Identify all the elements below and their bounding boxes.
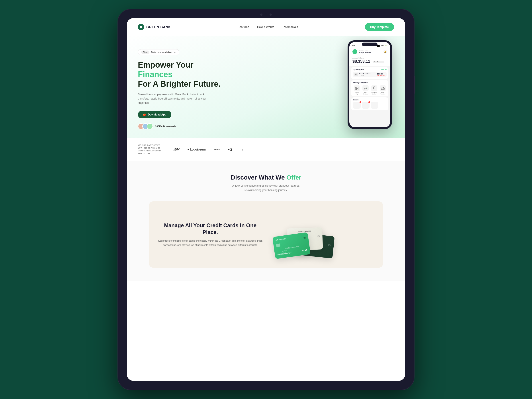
partners-text: WE ARE PARTNERED WITH MORE THAN 50+ COMP… — [138, 144, 165, 155]
explore-title: Explore — [353, 99, 386, 101]
contactless-icon-light: )))) — [317, 235, 320, 237]
partner-logo-3: ∞∞∞ — [214, 148, 220, 151]
card-feature-title: Manage All Your Credit Cards In One Plac… — [158, 222, 263, 236]
partner-logo-2: ● Logoipsum — [187, 148, 205, 151]
bill-amount: $548.99 — [377, 73, 385, 75]
bill-details: Amex Credit Card ••••• 9982 — [359, 73, 370, 76]
banking-grid: Scan &Pay + PayContacts — [353, 85, 386, 95]
bill-icon — [355, 73, 358, 76]
logo-text: GREEN BANK — [146, 25, 171, 29]
battery-icon: 🔋 — [385, 45, 387, 47]
bank-transfer-label: BankTransfer — [380, 92, 385, 95]
balance-row: $8,353.11 View Statement — [352, 59, 387, 64]
hero-title-green: Finances — [138, 70, 172, 79]
visa-logo: VISA — [302, 249, 308, 252]
view-statement-btn[interactable]: View Statement — [373, 61, 385, 63]
camera-dot-2 — [270, 13, 272, 16]
phone-mockup: 9:41 ▌▌▌ WiFi 🔋 — [348, 40, 392, 129]
user-avatars — [138, 123, 153, 129]
svg-marker-0 — [140, 26, 142, 28]
bill-amount-section: $548.99 DUE IN 3 DAYS — [377, 73, 385, 76]
card-holder-info: Valid Thru 12/25 BREEJE ANADKAT — [277, 249, 292, 255]
downloads-info: 200K+ Downloads — [138, 123, 227, 129]
navbar: GREEN BANK Features How It Works Testimo… — [127, 18, 405, 36]
bill-due: DUE IN 3 DAYS — [377, 75, 385, 76]
hero-badge: New Beta now available → — [138, 49, 179, 55]
website-content: GREEN BANK Features How It Works Testimo… — [127, 18, 405, 381]
nav-testimonials[interactable]: Testimonials — [282, 25, 298, 29]
pay-contacts-label: PayContacts — [363, 92, 368, 95]
pay-contacts-icon: + — [362, 85, 369, 91]
bills-title: Upcoming Bills — [353, 69, 364, 70]
badge-new-label: New — [141, 51, 149, 54]
phone-screen: 9:41 ▌▌▌ WiFi 🔋 — [349, 42, 390, 127]
contactless-icon-green: )))) — [303, 236, 306, 239]
phone-username: Breeje Anadkat — [359, 51, 372, 53]
signal-icon: ▌▌▌ — [377, 45, 380, 47]
hero-title-line2: For A Brighter Future. — [138, 79, 221, 89]
phone-shell: 9:41 ▌▌▌ WiFi 🔋 — [348, 40, 392, 129]
svg-rect-3 — [355, 87, 357, 88]
card-chip-green — [276, 243, 280, 247]
banking-title: Banking & Payments — [353, 82, 386, 83]
pay-phone: Pay PhoneNumber — [370, 85, 378, 95]
badge-text: Beta now available — [151, 51, 171, 54]
scan-pay-label: Scan &Pay — [355, 92, 359, 95]
scan-pay: Scan &Pay — [353, 85, 361, 95]
nav-links: Features How It Works Testimonials — [238, 25, 298, 29]
features-title: Discover What We Offer — [138, 174, 394, 181]
phone-user-avatar — [352, 49, 357, 54]
bills-header: Upcoming Bills view all — [353, 69, 386, 70]
hero-section: New Beta now available → Empower Your Fi… — [127, 36, 405, 138]
partners-section: WE ARE PARTNERED WITH MORE THAN 50+ COMP… — [127, 138, 405, 161]
notification-bell-icon: 🔔 — [383, 50, 387, 53]
phone-notch — [362, 43, 378, 46]
status-icons: ▌▌▌ WiFi 🔋 — [377, 45, 387, 47]
bill-number: ••••• 9982 — [359, 75, 370, 76]
features-section: Discover What We Offer Unlock convenienc… — [127, 161, 405, 281]
hero-title: Empower Your Finances For A Brighter Fut… — [138, 60, 227, 89]
pay-phone-icon — [371, 85, 377, 91]
pay-contacts: + PayContacts — [361, 85, 369, 95]
features-title-green: Offer — [286, 174, 301, 181]
bill-item: Amex Credit Card ••••• 9982 $548.99 DUE … — [353, 72, 386, 77]
power-button — [414, 76, 415, 94]
partner-logo-1: ɾUM — [173, 148, 179, 151]
logo-icon — [138, 24, 144, 30]
explore-row — [353, 102, 386, 109]
pay-phone-label: Pay PhoneNumber — [371, 92, 377, 95]
phone-header: Welcome Back, Breeje Anadkat 🔔 — [349, 48, 390, 56]
badge-arrow-icon: → — [173, 51, 176, 54]
nav-how-it-works[interactable]: How It Works — [257, 25, 274, 29]
view-all-link[interactable]: view all — [381, 69, 386, 70]
tablet-frame: GREEN BANK Features How It Works Testimo… — [117, 9, 415, 390]
balance-label: Account Balance — [352, 57, 387, 59]
card-feature-block: Manage All Your Credit Cards In One Plac… — [149, 201, 383, 268]
download-app-button[interactable]: 🍎 Download App — [138, 111, 171, 118]
phone-user-info: Welcome Back, Breeje Anadkat — [352, 49, 372, 54]
camera-area — [260, 13, 272, 16]
svg-rect-1 — [355, 74, 357, 75]
explore-card-1 — [353, 102, 361, 109]
camera-dot-1 — [260, 13, 262, 16]
phone-balance-section: Account Balance $8,353.11 View Statement — [349, 56, 390, 66]
bank-transfer-icon — [380, 85, 386, 91]
upcoming-bills: Upcoming Bills view all — [351, 67, 388, 79]
card-green-brand: GREEN BANK — [275, 238, 286, 241]
hero-content: New Beta now available → Empower Your Fi… — [138, 47, 227, 129]
downloads-count: 200K+ Downloads — [155, 125, 176, 128]
notification-dot-2 — [368, 101, 370, 103]
bill-info: Amex Credit Card ••••• 9982 — [355, 73, 370, 76]
features-description: Unlock convenience and efficiency with s… — [224, 184, 308, 192]
partner-logo-4: ●◑ — [228, 148, 232, 151]
card-feature-text: Manage All Your Credit Cards In One Plac… — [158, 222, 263, 247]
phone-user-text: Welcome Back, Breeje Anadkat — [359, 50, 372, 53]
explore-section: Explore — [351, 97, 388, 110]
explore-card-2 — [362, 102, 369, 109]
hero-description: Streamline your payments with GreenBank.… — [138, 92, 209, 105]
phone-time: 9:41 — [352, 45, 355, 47]
avatar-3 — [147, 123, 153, 129]
svg-rect-4 — [357, 87, 358, 88]
buy-template-button[interactable]: Buy Template — [365, 23, 394, 31]
nav-features[interactable]: Features — [238, 25, 249, 29]
